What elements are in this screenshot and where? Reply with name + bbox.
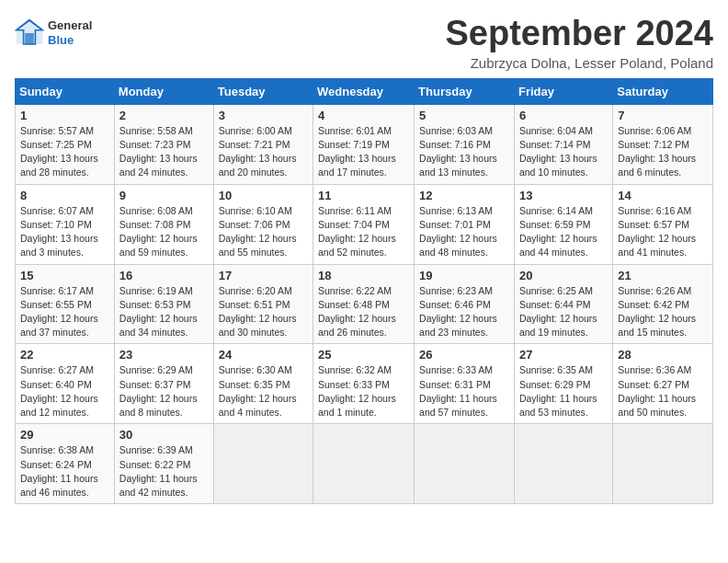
sunrise-label: Sunrise: 5:57 AM bbox=[20, 125, 94, 136]
sunset-label: Sunset: 7:14 PM bbox=[519, 139, 591, 150]
calendar-day-cell: 22 Sunrise: 6:27 AM Sunset: 6:40 PM Dayl… bbox=[16, 344, 115, 424]
sunrise-label: Sunrise: 6:22 AM bbox=[318, 285, 392, 296]
sunrise-label: Sunrise: 6:38 AM bbox=[20, 444, 94, 455]
calendar-day-cell: 6 Sunrise: 6:04 AM Sunset: 7:14 PM Dayli… bbox=[514, 104, 612, 184]
sunrise-label: Sunrise: 6:03 AM bbox=[419, 125, 493, 136]
day-number: 9 bbox=[119, 189, 209, 202]
sunrise-label: Sunrise: 6:06 AM bbox=[618, 125, 691, 136]
calendar-day-cell: 19 Sunrise: 6:23 AM Sunset: 6:46 PM Dayl… bbox=[415, 264, 515, 344]
calendar-day-cell: 15 Sunrise: 6:17 AM Sunset: 6:55 PM Dayl… bbox=[16, 264, 115, 344]
sunset-label: Sunset: 6:24 PM bbox=[20, 459, 92, 470]
calendar-day-cell: 24 Sunrise: 6:30 AM Sunset: 6:35 PM Dayl… bbox=[213, 344, 313, 424]
sunrise-label: Sunrise: 6:10 AM bbox=[219, 205, 292, 216]
sunrise-label: Sunrise: 6:20 AM bbox=[219, 285, 292, 296]
daylight-label: Daylight: 13 hours and 28 minutes. bbox=[20, 153, 98, 178]
title-block: September 2024 Zubrzyca Dolna, Lesser Po… bbox=[446, 15, 714, 71]
daylight-label: Daylight: 13 hours and 10 minutes. bbox=[519, 153, 597, 178]
daylight-label: Daylight: 12 hours and 30 minutes. bbox=[219, 313, 297, 338]
calendar-day-cell: 20 Sunrise: 6:25 AM Sunset: 6:44 PM Dayl… bbox=[514, 264, 612, 344]
day-number: 28 bbox=[618, 348, 708, 362]
daylight-label: Daylight: 12 hours and 37 minutes. bbox=[20, 313, 98, 338]
daylight-label: Daylight: 12 hours and 15 minutes. bbox=[618, 313, 696, 338]
day-number: 18 bbox=[318, 269, 409, 282]
day-number: 5 bbox=[419, 109, 509, 122]
calendar-day-cell: 30 Sunrise: 6:39 AM Sunset: 6:22 PM Dayl… bbox=[114, 424, 213, 504]
sunset-label: Sunset: 7:21 PM bbox=[219, 139, 290, 150]
daylight-label: Daylight: 12 hours and 44 minutes. bbox=[519, 233, 597, 258]
calendar-day-cell: 2 Sunrise: 5:58 AM Sunset: 7:23 PM Dayli… bbox=[114, 104, 213, 184]
day-info: Sunrise: 6:33 AM Sunset: 6:31 PM Dayligh… bbox=[419, 363, 509, 419]
sunset-label: Sunset: 6:37 PM bbox=[119, 379, 191, 390]
sunrise-label: Sunrise: 6:36 AM bbox=[618, 364, 691, 375]
sunrise-label: Sunrise: 6:33 AM bbox=[419, 364, 493, 375]
day-info: Sunrise: 6:25 AM Sunset: 6:44 PM Dayligh… bbox=[519, 284, 608, 340]
day-info: Sunrise: 6:26 AM Sunset: 6:42 PM Dayligh… bbox=[618, 284, 708, 340]
calendar-week-row: 8 Sunrise: 6:07 AM Sunset: 7:10 PM Dayli… bbox=[16, 184, 713, 264]
day-number: 22 bbox=[20, 348, 109, 362]
calendar-week-row: 29 Sunrise: 6:38 AM Sunset: 6:24 PM Dayl… bbox=[16, 424, 713, 504]
day-info: Sunrise: 5:58 AM Sunset: 7:23 PM Dayligh… bbox=[119, 124, 209, 180]
day-number: 13 bbox=[519, 189, 608, 202]
daylight-label: Daylight: 12 hours and 41 minutes. bbox=[618, 233, 696, 258]
day-number: 30 bbox=[119, 428, 209, 442]
sunrise-label: Sunrise: 6:35 AM bbox=[519, 364, 593, 375]
daylight-label: Daylight: 11 hours and 50 minutes. bbox=[618, 393, 696, 418]
day-info: Sunrise: 6:10 AM Sunset: 7:06 PM Dayligh… bbox=[219, 204, 308, 260]
sunrise-label: Sunrise: 5:58 AM bbox=[119, 125, 193, 136]
sunrise-label: Sunrise: 6:13 AM bbox=[419, 205, 493, 216]
sunset-label: Sunset: 6:29 PM bbox=[519, 379, 591, 390]
location-text: Zubrzyca Dolna, Lesser Poland, Poland bbox=[446, 55, 714, 71]
calendar-day-cell: 10 Sunrise: 6:10 AM Sunset: 7:06 PM Dayl… bbox=[213, 184, 313, 264]
daylight-label: Daylight: 12 hours and 34 minutes. bbox=[119, 313, 198, 338]
daylight-label: Daylight: 12 hours and 19 minutes. bbox=[519, 313, 597, 338]
sunrise-label: Sunrise: 6:29 AM bbox=[119, 364, 193, 375]
day-info: Sunrise: 6:32 AM Sunset: 6:33 PM Dayligh… bbox=[318, 363, 409, 419]
calendar-day-cell bbox=[313, 424, 415, 504]
day-info: Sunrise: 6:22 AM Sunset: 6:48 PM Dayligh… bbox=[318, 284, 409, 340]
calendar-day-cell: 28 Sunrise: 6:36 AM Sunset: 6:27 PM Dayl… bbox=[613, 344, 713, 424]
day-info: Sunrise: 6:27 AM Sunset: 6:40 PM Dayligh… bbox=[20, 363, 109, 419]
sunset-label: Sunset: 6:48 PM bbox=[318, 299, 390, 310]
daylight-label: Daylight: 12 hours and 48 minutes. bbox=[419, 233, 497, 258]
sunset-label: Sunset: 6:59 PM bbox=[519, 219, 591, 230]
calendar-day-cell: 1 Sunrise: 5:57 AM Sunset: 7:25 PM Dayli… bbox=[16, 104, 115, 184]
weekday-header-cell: Sunday bbox=[16, 78, 115, 104]
day-info: Sunrise: 6:16 AM Sunset: 6:57 PM Dayligh… bbox=[618, 204, 708, 260]
day-info: Sunrise: 6:03 AM Sunset: 7:16 PM Dayligh… bbox=[419, 124, 509, 180]
weekday-header-cell: Friday bbox=[514, 78, 612, 104]
calendar-day-cell: 9 Sunrise: 6:08 AM Sunset: 7:08 PM Dayli… bbox=[114, 184, 213, 264]
sunrise-label: Sunrise: 6:08 AM bbox=[119, 205, 193, 216]
calendar-day-cell: 4 Sunrise: 6:01 AM Sunset: 7:19 PM Dayli… bbox=[313, 104, 415, 184]
calendar-day-cell: 8 Sunrise: 6:07 AM Sunset: 7:10 PM Dayli… bbox=[16, 184, 115, 264]
calendar-day-cell: 11 Sunrise: 6:11 AM Sunset: 7:04 PM Dayl… bbox=[313, 184, 415, 264]
daylight-label: Daylight: 12 hours and 52 minutes. bbox=[318, 233, 396, 258]
day-number: 20 bbox=[519, 269, 608, 282]
day-info: Sunrise: 6:11 AM Sunset: 7:04 PM Dayligh… bbox=[318, 204, 409, 260]
day-number: 15 bbox=[20, 269, 109, 282]
day-number: 26 bbox=[419, 348, 509, 362]
daylight-label: Daylight: 13 hours and 3 minutes. bbox=[20, 233, 98, 258]
day-number: 24 bbox=[219, 348, 308, 362]
sunrise-label: Sunrise: 6:19 AM bbox=[119, 285, 193, 296]
svg-rect-3 bbox=[25, 33, 34, 44]
calendar-day-cell bbox=[613, 424, 713, 504]
sunset-label: Sunset: 7:19 PM bbox=[318, 139, 390, 150]
day-info: Sunrise: 6:17 AM Sunset: 6:55 PM Dayligh… bbox=[20, 284, 109, 340]
calendar-week-row: 1 Sunrise: 5:57 AM Sunset: 7:25 PM Dayli… bbox=[16, 104, 713, 184]
day-number: 27 bbox=[519, 348, 608, 362]
logo-general-text: General bbox=[48, 18, 92, 33]
sunrise-label: Sunrise: 6:17 AM bbox=[20, 285, 94, 296]
calendar-day-cell: 12 Sunrise: 6:13 AM Sunset: 7:01 PM Dayl… bbox=[415, 184, 515, 264]
sunset-label: Sunset: 6:35 PM bbox=[219, 379, 290, 390]
sunset-label: Sunset: 6:33 PM bbox=[318, 379, 390, 390]
weekday-header-cell: Thursday bbox=[415, 78, 515, 104]
day-number: 16 bbox=[119, 269, 209, 282]
sunset-label: Sunset: 6:51 PM bbox=[219, 299, 290, 310]
day-number: 1 bbox=[20, 109, 109, 122]
calendar-day-cell: 18 Sunrise: 6:22 AM Sunset: 6:48 PM Dayl… bbox=[313, 264, 415, 344]
calendar-day-cell: 13 Sunrise: 6:14 AM Sunset: 6:59 PM Dayl… bbox=[514, 184, 612, 264]
sunrise-label: Sunrise: 6:32 AM bbox=[318, 364, 392, 375]
sunset-label: Sunset: 7:01 PM bbox=[419, 219, 491, 230]
sunset-label: Sunset: 7:25 PM bbox=[20, 139, 92, 150]
day-info: Sunrise: 6:29 AM Sunset: 6:37 PM Dayligh… bbox=[119, 363, 209, 419]
